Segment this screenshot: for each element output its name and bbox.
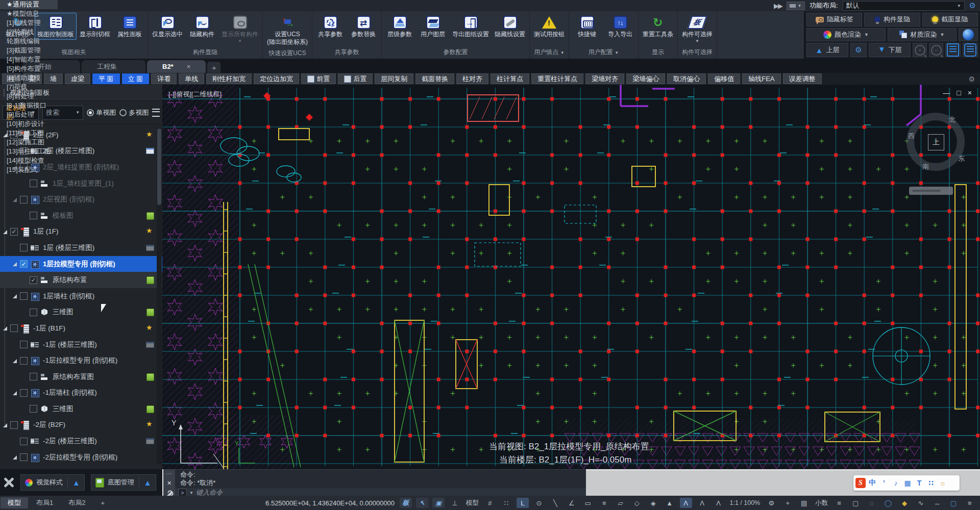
layout-tab[interactable]: 布局1 (29, 497, 60, 508)
menu-item[interactable]: [12]梁施工图 (0, 138, 58, 147)
edit-toolbar-button[interactable]: 后置 (338, 73, 373, 84)
command-close-icon[interactable]: × (167, 479, 171, 487)
zoom-in-button[interactable]: + (913, 43, 927, 57)
expand-arrow-icon[interactable] (12, 358, 18, 364)
tree-item-right-icon[interactable] (146, 421, 154, 429)
tree-item-right-icon[interactable] (146, 373, 154, 381)
menu-item[interactable]: [9]后处理 (0, 110, 58, 119)
tree-item-right-icon[interactable] (146, 292, 154, 300)
isometric-draft-icon[interactable]: ◇ (631, 498, 643, 508)
menu-item[interactable]: [8]前处理 (0, 92, 58, 101)
multi-view-radio[interactable]: 多视图 (119, 108, 149, 117)
tree-item-right-icon[interactable] (146, 308, 154, 316)
tree-row[interactable]: -1层拉模型专用 (剖切框) (0, 352, 162, 369)
edit-toolbar-button[interactable]: 轴线FEA (742, 73, 780, 84)
dynamic-input-icon[interactable]: ▭ (582, 498, 594, 508)
tree-row[interactable]: -2层 (B2F) (0, 417, 162, 434)
document-tab[interactable]: 工程集 (82, 60, 145, 73)
base-map-button[interactable]: 底图管理 ▲ (91, 474, 156, 491)
tree-row[interactable]: 1层墙柱 (剖切框) (0, 288, 162, 304)
menu-item[interactable]: [8-1]数据接口 (0, 101, 58, 110)
clean-screen-icon[interactable]: ◯ (882, 498, 894, 508)
visual-style-button[interactable]: 视觉样式 ▲ (20, 474, 85, 491)
hidden-line-settings-button[interactable]: 隐藏线设置 (492, 13, 528, 40)
tree-item-right-icon[interactable] (146, 227, 154, 236)
panel-menu-icon[interactable] (152, 109, 160, 117)
xref-image-icon[interactable]: ▣ (432, 498, 445, 508)
lock-ui-icon[interactable]: ◆ (898, 498, 911, 508)
expand-arrow-icon[interactable] (12, 293, 18, 299)
ime-emoji-icon[interactable]: ☼ (938, 478, 948, 488)
tree-item-right-icon[interactable] (146, 131, 154, 139)
toolbar-settings-icon[interactable]: ⚙ (968, 75, 978, 83)
compass-top-button[interactable]: 上 (928, 134, 944, 150)
tab-close-icon[interactable]: × (187, 63, 191, 70)
layout-gear-icon[interactable]: ⚙ (969, 1, 976, 10)
tree-item-right-icon[interactable] (146, 341, 154, 349)
edit-toolbar-button[interactable]: 平 面 (92, 73, 120, 84)
tree-row[interactable]: 1层拉模型专用 (剖切框) (0, 256, 162, 272)
pan-icon[interactable]: ↔ (931, 498, 943, 508)
reset-toolbar-button[interactable]: ↻ 重置工具条 (640, 13, 676, 40)
edit-toolbar-button[interactable]: 截面替换 (415, 73, 454, 84)
tree-checkbox[interactable] (20, 357, 28, 365)
compass-west-label[interactable]: 西 (908, 132, 915, 141)
expand-arrow-icon[interactable] (12, 261, 18, 267)
panel-collapse-button[interactable]: ▼ (787, 2, 805, 10)
tree-checkbox[interactable] (30, 309, 37, 316)
snap-mode-icon[interactable]: ∷ (500, 498, 512, 508)
command-wrench-icon[interactable] (166, 491, 173, 496)
menu-item[interactable]: ★通用设置 (0, 0, 58, 9)
material-render-button[interactable]: 材质渲染▼ (888, 28, 957, 42)
menu-item[interactable]: [2]轮廓线 (0, 28, 58, 37)
tree-row[interactable]: 1层_墙柱提资图_(1) (0, 175, 162, 192)
ortho-mode-icon[interactable]: L (517, 498, 529, 508)
document-tab[interactable]: B2*× (147, 60, 206, 73)
edit-toolbar-button[interactable]: 单线 (179, 73, 204, 84)
compass-east-label[interactable]: 东 (958, 154, 965, 163)
tree-checkbox[interactable] (30, 212, 37, 219)
import-export-button[interactable]: 导入导出 (604, 13, 636, 40)
tree-checkbox[interactable] (20, 292, 28, 300)
tree-checkbox[interactable] (20, 453, 28, 461)
tree-row[interactable]: 模板图 (0, 208, 162, 224)
tools-icon[interactable] (3, 477, 14, 488)
tree-item-right-icon[interactable] (146, 356, 154, 365)
edit-toolbar-button[interactable]: 柱对齐 (456, 73, 488, 84)
close-icon[interactable]: × (968, 89, 972, 97)
sogou-logo-icon[interactable]: S (855, 478, 866, 488)
tree-row[interactable]: 原结构布置 (0, 272, 162, 288)
tree-checkbox[interactable] (10, 421, 18, 429)
ime-mic-icon[interactable]: ♪ (891, 478, 901, 488)
compass-south-label[interactable]: 南 (922, 162, 929, 171)
tree-item-right-icon[interactable] (146, 180, 154, 188)
menu-item[interactable]: [7]荷载 (0, 83, 58, 92)
expand-up-icon[interactable]: ▲ (72, 479, 80, 487)
transparency-icon[interactable]: ▱ (615, 498, 627, 508)
maximize-icon[interactable]: □ (957, 89, 961, 97)
tree-checkbox[interactable] (20, 341, 28, 348)
menu-item[interactable]: 轮廓线编辑 (0, 37, 58, 46)
minimize-icon[interactable]: — (943, 89, 950, 97)
layout-tab[interactable]: 模型 (1, 497, 28, 508)
tree-item-right-icon[interactable] (146, 437, 154, 445)
tree-row[interactable]: 2层视图 (剖切框) (0, 191, 162, 208)
tree-checkbox[interactable] (20, 260, 28, 268)
quick-properties-icon[interactable]: ≡ (833, 498, 845, 508)
gizmo-icon[interactable]: ▲ (664, 498, 676, 508)
zoom-out-button[interactable]: − (929, 43, 943, 57)
component-visibility-button[interactable]: 构件显隐 (864, 13, 920, 27)
panel-doc-button[interactable] (963, 43, 978, 57)
edit-toolbar-button[interactable]: 刚性杆加宽 (206, 73, 252, 84)
tree-row[interactable]: 三维图 (0, 401, 162, 417)
menu-item[interactable]: ★模型信息 (0, 9, 58, 18)
tree-checkbox[interactable] (30, 373, 37, 380)
tree-row[interactable]: -2层拉模型专用 (剖切框) (0, 449, 162, 466)
show-selected-only-button[interactable]: 仅显示选中 (150, 13, 185, 40)
tree-row[interactable]: -1层 (楼层三维图) (0, 337, 162, 353)
edit-toolbar-button[interactable]: 取消偏心 (667, 73, 706, 84)
section-visibility-button[interactable]: 截面显隐 (922, 13, 978, 27)
edit-toolbar-button[interactable]: 立 面 (122, 73, 150, 84)
polar-tracking-icon[interactable]: ⊙ (533, 498, 545, 508)
tree-item-right-icon[interactable] (146, 453, 154, 462)
